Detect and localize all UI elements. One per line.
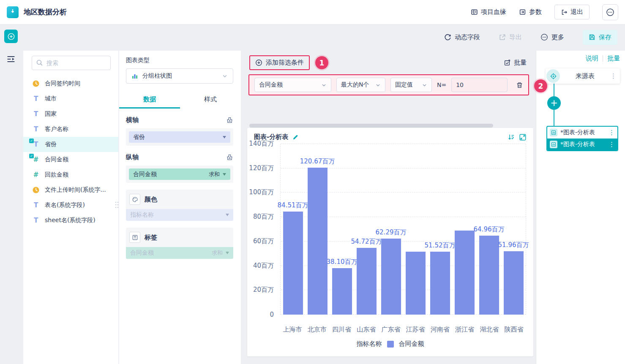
sort-icon[interactable] <box>508 133 515 141</box>
clear-x-axis-icon[interactable] <box>226 117 233 124</box>
node-menu-icon[interactable]: ⋮ <box>610 72 617 80</box>
text-field-icon: T <box>34 141 38 148</box>
legend-title: 指标名称 <box>357 340 382 348</box>
field-item[interactable]: T客户名称 <box>23 122 118 137</box>
text-field-icon: T <box>34 95 38 103</box>
description-link[interactable]: 说明 <box>586 54 598 62</box>
plus-circle-icon <box>7 33 15 41</box>
color-field-chip[interactable]: 指标名称 <box>126 209 233 221</box>
filter-operator-select[interactable]: 最大的N个 <box>336 78 385 92</box>
left-rail <box>0 24 22 364</box>
batch-link[interactable]: 批量 <box>607 54 620 62</box>
edit-title-icon[interactable] <box>292 134 299 141</box>
more-button[interactable]: 更多 <box>540 33 564 41</box>
color-section: 颜色 指标名称 <box>126 190 233 221</box>
chart-type-select[interactable]: 分组柱状图 <box>126 68 233 84</box>
chart-node-icon <box>550 141 557 148</box>
field-item[interactable]: 合同签约时间 <box>23 76 118 91</box>
text-field-icon: T <box>34 217 38 224</box>
y-axis: 020百万40百万60百万80百万100百万120百万140百万 <box>247 144 277 315</box>
dynamic-fields-icon <box>444 34 451 41</box>
field-item[interactable]: T✓省份 <box>23 137 118 152</box>
field-item[interactable]: #回款金额 <box>23 167 118 182</box>
node-menu-icon[interactable]: ⋮ <box>609 129 615 136</box>
search-input[interactable] <box>32 56 111 70</box>
bar-江苏省[interactable] <box>406 252 426 315</box>
more-icon <box>540 33 548 41</box>
field-label: 合同金额 <box>45 156 68 163</box>
exit-button[interactable]: 退出 <box>554 5 590 19</box>
field-label: sheet名(系统字段) <box>45 217 96 224</box>
panel-resize-handle[interactable] <box>115 202 120 210</box>
fullscreen-icon[interactable] <box>519 133 527 141</box>
field-checked-badge: ✓ <box>29 139 34 143</box>
field-label: 文件上传时间(系统字... <box>45 186 106 194</box>
bar-陕西省[interactable] <box>504 251 524 315</box>
text-field-icon: T <box>34 110 38 118</box>
bar-浙江省[interactable] <box>455 231 475 315</box>
filter-field-select[interactable]: 合同金额 <box>254 78 331 92</box>
field-item[interactable]: T表名(系统字段) <box>23 198 118 213</box>
tab-style[interactable]: 样式 <box>180 91 241 109</box>
field-item[interactable]: #✓合同金额 <box>23 152 118 167</box>
clear-y-axis-icon[interactable] <box>226 154 233 161</box>
add-filter-button[interactable]: 添加筛选条件 <box>249 55 310 70</box>
field-item[interactable]: Tsheet名(系统字段) <box>23 213 118 228</box>
add-node-button[interactable]: + <box>547 96 561 110</box>
x-tick-label: 浙江省 <box>452 326 477 334</box>
tab-data[interactable]: 数据 <box>119 91 180 109</box>
legend-swatch[interactable] <box>387 341 394 348</box>
bar-上海市[interactable] <box>283 212 303 315</box>
app-logo-icon <box>7 6 19 18</box>
clock-icon <box>32 80 40 87</box>
header-more-button[interactable] <box>602 4 618 20</box>
y-tick-label: 20百万 <box>253 286 274 294</box>
y-axis-field-chip[interactable]: 合同金额 求和 <box>129 168 230 180</box>
horizontal-scrollbar[interactable] <box>249 124 493 128</box>
save-button[interactable]: 保存 <box>583 30 617 45</box>
filter-value-type-select[interactable]: 固定值 <box>390 78 432 92</box>
export-button[interactable]: 导出 <box>499 33 522 41</box>
bar-北京市[interactable] <box>308 168 328 315</box>
params-icon <box>519 8 526 16</box>
add-dataset-button[interactable] <box>4 30 18 43</box>
tag-field-chip[interactable]: 合同金额 求和 <box>126 247 233 259</box>
bar-value-label: 64.96百万 <box>474 225 505 234</box>
bar-山东省[interactable] <box>357 248 377 315</box>
y-tick-label: 60百万 <box>253 237 274 245</box>
palette-icon <box>129 194 140 205</box>
field-item[interactable]: 文件上传时间(系统字... <box>23 182 118 198</box>
project-lineage-button[interactable]: 项目血缘 <box>471 8 506 16</box>
annotation-badge-1: 1 <box>315 56 328 69</box>
bar-广东省[interactable] <box>381 239 401 315</box>
x-tick-label: 四川省 <box>329 326 354 334</box>
bar-四川省[interactable] <box>332 268 352 315</box>
x-axis-field-chip[interactable]: 省份 <box>129 131 230 143</box>
field-label: 国家 <box>45 110 57 118</box>
x-tick-label: 河南省 <box>428 326 452 334</box>
bar-湖北省[interactable] <box>479 236 499 315</box>
aggregation-label: 求和 <box>209 171 220 178</box>
delete-filter-icon[interactable] <box>516 81 523 89</box>
n-value-input[interactable] <box>451 78 508 92</box>
x-tick-label: 陕西省 <box>502 326 526 334</box>
color-label: 颜色 <box>145 196 157 204</box>
text-field-icon: T <box>34 125 38 133</box>
chart-node-selected[interactable]: *图表-分析表 ⋮ <box>547 139 617 150</box>
x-axis-label: 横轴 <box>126 116 226 124</box>
canvas-toolbar: 动态字段 导出 更多 保存 <box>444 30 617 45</box>
source-table-node[interactable]: 来源表 ⋮ <box>546 68 620 84</box>
bar-河南省[interactable] <box>430 252 450 315</box>
collapse-panel-button[interactable] <box>6 54 16 64</box>
save-icon <box>589 34 595 41</box>
dynamic-fields-button[interactable]: 动态字段 <box>444 33 480 41</box>
chart-node[interactable]: *图表-分析表 ⋮ <box>547 127 617 139</box>
filter-batch-button[interactable]: 批量 <box>504 59 527 67</box>
params-button[interactable]: 参数 <box>519 8 542 16</box>
field-item[interactable]: T城市 <box>23 91 118 106</box>
legend-series-label[interactable]: 合同金额 <box>399 340 424 348</box>
x-tick-label: 江苏省 <box>403 326 428 334</box>
chart-type-label: 图表类型 <box>126 57 233 64</box>
field-item[interactable]: T国家 <box>23 106 118 122</box>
node-menu-icon[interactable]: ⋮ <box>609 141 615 148</box>
